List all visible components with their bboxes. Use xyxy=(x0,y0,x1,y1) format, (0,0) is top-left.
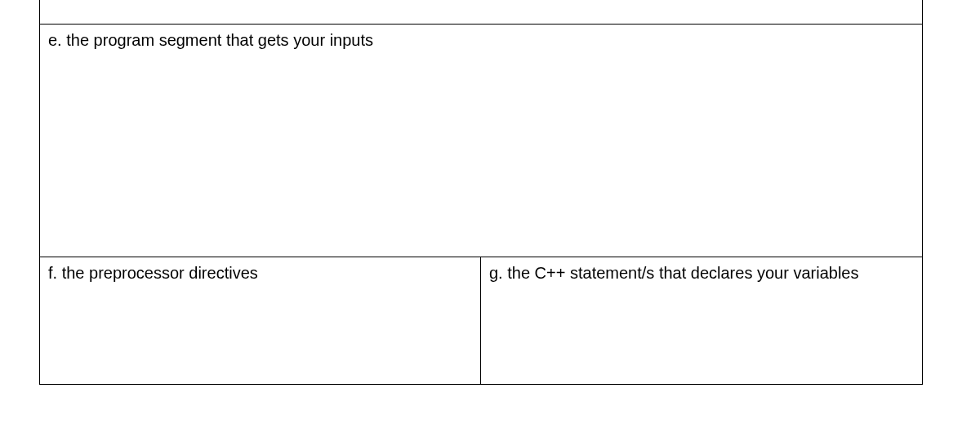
table-row: f. the preprocessor directives g. the C+… xyxy=(39,257,923,385)
cell-f-label: f. the preprocessor directives xyxy=(48,262,472,283)
table-row-spacer xyxy=(39,0,923,25)
cell-g-label: g. the C++ statement/s that declares you… xyxy=(489,262,914,283)
cell-f: f. the preprocessor directives xyxy=(40,257,481,384)
cell-spacer xyxy=(40,0,922,24)
worksheet-table: e. the program segment that gets your in… xyxy=(39,0,923,385)
table-row: e. the program segment that gets your in… xyxy=(39,25,923,257)
cell-e-label: e. the program segment that gets your in… xyxy=(48,29,914,51)
cell-g: g. the C++ statement/s that declares you… xyxy=(481,257,922,384)
cell-e: e. the program segment that gets your in… xyxy=(40,25,922,257)
